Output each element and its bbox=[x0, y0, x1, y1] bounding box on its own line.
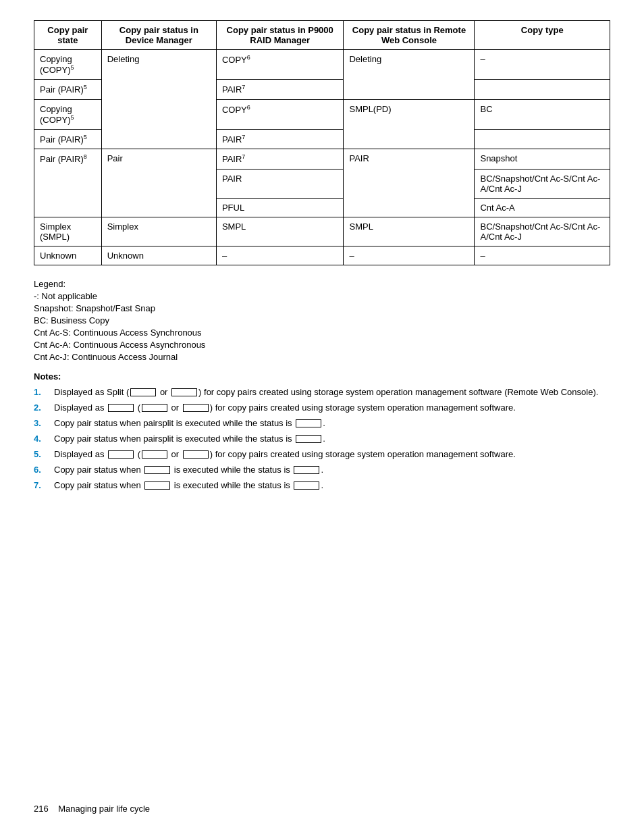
cell-state: Simplex (SMPL) bbox=[34, 217, 102, 246]
list-item: 5. Displayed as ( or ) for copy pairs cr… bbox=[34, 449, 610, 459]
cell-raid: PAIR7 bbox=[216, 129, 344, 149]
cell-device-manager: Pair bbox=[101, 149, 216, 217]
cell-state: Copying (COPY)5 bbox=[34, 50, 102, 80]
cell-remote-web: SMPL(PD) bbox=[344, 99, 475, 149]
col-header-remote-web: Copy pair status in Remote Web Console bbox=[344, 21, 475, 50]
note-text-7: Copy pair status when is executed while … bbox=[54, 480, 610, 490]
list-item: 6. Copy pair status when is executed whi… bbox=[34, 465, 610, 475]
cell-type: Cnt Ac-A bbox=[475, 198, 610, 217]
cell-type: Snapshot bbox=[475, 149, 610, 169]
cell-remote-web: – bbox=[344, 246, 475, 265]
legend-item-5: Cnt Ac-A: Continuous Access Asynchronous bbox=[34, 340, 610, 350]
cell-raid: – bbox=[216, 246, 344, 265]
legend-item-4: Cnt Ac-S: Continuous Access Synchronous bbox=[34, 328, 610, 338]
cell-remote-web: PAIR bbox=[344, 149, 475, 217]
note-number: 4. bbox=[34, 434, 50, 444]
note-text-5: Displayed as ( or ) for copy pairs creat… bbox=[54, 449, 610, 459]
list-item: 4. Copy pair status when pairsplit is ex… bbox=[34, 434, 610, 444]
cell-type: – bbox=[475, 246, 610, 265]
notes-title: Notes: bbox=[34, 371, 610, 382]
note-text-4: Copy pair status when pairsplit is execu… bbox=[54, 434, 610, 444]
page-number: 216 bbox=[34, 804, 49, 814]
note-text-1: Displayed as Split ( or ) for copy pairs… bbox=[54, 387, 610, 397]
cell-raid: PFUL bbox=[216, 198, 344, 217]
cell-remote-web: SMPL bbox=[344, 217, 475, 246]
cell-raid: PAIR bbox=[216, 169, 344, 198]
note-number: 2. bbox=[34, 402, 50, 413]
legend-title: Legend: bbox=[34, 279, 610, 289]
footer-text: Managing pair life cycle bbox=[58, 804, 150, 814]
legend-item-3: BC: Business Copy bbox=[34, 315, 610, 325]
cell-raid: PAIR7 bbox=[216, 80, 344, 99]
cell-state: Unknown bbox=[34, 246, 102, 265]
cell-state: Pair (PAIR)5 bbox=[34, 129, 102, 149]
cell-state: Pair (PAIR)8 bbox=[34, 149, 102, 217]
note-number: 7. bbox=[34, 480, 50, 490]
note-text-2: Displayed as ( or ) for copy pairs creat… bbox=[54, 402, 610, 413]
cell-type: BC/Snapshot/Cnt Ac-S/Cnt Ac-A/Cnt Ac-J bbox=[475, 169, 610, 198]
notes-section: Notes: 1. Displayed as Split ( or ) for … bbox=[34, 371, 610, 490]
col-header-copy-type: Copy type bbox=[475, 21, 610, 50]
note-number: 6. bbox=[34, 465, 50, 475]
col-header-device-manager: Copy pair status in Device Manager bbox=[101, 21, 216, 50]
cell-raid: COPY6 bbox=[216, 99, 344, 129]
note-number: 3. bbox=[34, 418, 50, 428]
legend-section: Legend: -: Not applicable Snapshot: Snap… bbox=[34, 279, 610, 362]
table-row: Copying (COPY)5 Deleting COPY6 Deleting … bbox=[34, 50, 610, 80]
col-header-raid-manager: Copy pair status in P9000 RAID Manager bbox=[216, 21, 344, 50]
cell-state: Pair (PAIR)5 bbox=[34, 80, 102, 99]
notes-list: 1. Displayed as Split ( or ) for copy pa… bbox=[34, 387, 610, 490]
note-text-3: Copy pair status when pairsplit is execu… bbox=[54, 418, 610, 428]
note-text-6: Copy pair status when is executed while … bbox=[54, 465, 610, 475]
legend-item-6: Cnt Ac-J: Continuous Access Journal bbox=[34, 352, 610, 362]
cell-remote-web: Deleting bbox=[344, 50, 475, 100]
cell-device-manager: Unknown bbox=[101, 246, 216, 265]
cell-type bbox=[475, 129, 610, 149]
cell-type bbox=[475, 80, 610, 99]
list-item: 3. Copy pair status when pairsplit is ex… bbox=[34, 418, 610, 428]
col-header-state: Copy pair state bbox=[34, 21, 102, 50]
cell-raid: PAIR7 bbox=[216, 149, 344, 169]
cell-device-manager: Simplex bbox=[101, 217, 216, 246]
note-number: 5. bbox=[34, 449, 50, 459]
cell-device-manager: Deleting bbox=[101, 50, 216, 149]
note-number: 1. bbox=[34, 387, 50, 397]
cell-type: BC/Snapshot/Cnt Ac-S/Cnt Ac-A/Cnt Ac-J bbox=[475, 217, 610, 246]
legend-item-2: Snapshot: Snapshot/Fast Snap bbox=[34, 303, 610, 313]
list-item: 1. Displayed as Split ( or ) for copy pa… bbox=[34, 387, 610, 397]
legend-item-1: -: Not applicable bbox=[34, 291, 610, 301]
table-row: Unknown Unknown – – – bbox=[34, 246, 610, 265]
cell-raid: COPY6 bbox=[216, 50, 344, 80]
table-row: Pair (PAIR)8 Pair PAIR7 PAIR Snapshot bbox=[34, 149, 610, 169]
cell-type: BC bbox=[475, 99, 610, 129]
main-table: Copy pair state Copy pair status in Devi… bbox=[34, 20, 610, 265]
cell-state: Copying (COPY)5 bbox=[34, 99, 102, 129]
cell-raid: SMPL bbox=[216, 217, 344, 246]
cell-type: – bbox=[475, 50, 610, 80]
page-footer: 216 Managing pair life cycle bbox=[34, 804, 150, 814]
table-row: Simplex (SMPL) Simplex SMPL SMPL BC/Snap… bbox=[34, 217, 610, 246]
list-item: 2. Displayed as ( or ) for copy pairs cr… bbox=[34, 402, 610, 413]
list-item: 7. Copy pair status when is executed whi… bbox=[34, 480, 610, 490]
